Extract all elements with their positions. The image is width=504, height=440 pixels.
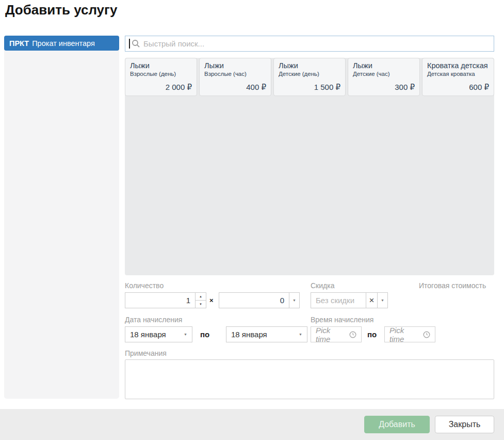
chevron-down-icon: ▼ bbox=[184, 333, 187, 336]
discount-placeholder: Без скидки bbox=[316, 296, 354, 305]
stepper-up-button[interactable]: ▲ bbox=[196, 293, 206, 300]
service-subtitle: Взрослые (час) bbox=[204, 71, 266, 77]
date-range-separator: по bbox=[200, 330, 209, 339]
chevron-down-icon: ▼ bbox=[292, 298, 296, 302]
date-to-value: 18 января bbox=[231, 330, 267, 339]
service-card[interactable]: Кроватка детская Детская кроватка 600 ₽ bbox=[422, 58, 494, 96]
page-title: Добавить услугу bbox=[5, 2, 117, 18]
discount-group: Без скидки × ▼ bbox=[311, 292, 388, 308]
multiplier-dropdown-button[interactable]: ▼ bbox=[289, 292, 300, 308]
time-to-input[interactable]: Pick time bbox=[384, 326, 435, 342]
date-to-select[interactable]: 18 января ▼ bbox=[226, 326, 307, 342]
time-from-input[interactable]: Pick time bbox=[311, 326, 362, 342]
multiplier-group: 0 ▼ bbox=[219, 292, 300, 308]
service-subtitle: Взрослые (день) bbox=[130, 71, 192, 77]
service-title: Кроватка детская bbox=[427, 61, 489, 70]
service-card[interactable]: Лыжи Взрослые (час) 400 ₽ bbox=[199, 58, 271, 96]
service-title: Лыжи bbox=[353, 61, 415, 70]
stepper-down-button[interactable]: ▼ bbox=[196, 300, 206, 308]
time-label: Время начисления bbox=[311, 316, 373, 324]
date-label: Дата начисления bbox=[125, 316, 182, 324]
time-from-placeholder: Pick time bbox=[316, 326, 346, 343]
quantity-value: 1 bbox=[186, 296, 190, 305]
quantity-input[interactable]: 1 bbox=[125, 292, 196, 308]
service-price: 1 500 ₽ bbox=[279, 83, 340, 92]
service-cards-row: Лыжи Взрослые (день) 2 000 ₽ Лыжи Взросл… bbox=[125, 58, 494, 96]
multiplier-input[interactable]: 0 bbox=[219, 292, 289, 308]
search-placeholder: Быстрый поиск... bbox=[143, 39, 204, 48]
service-price: 600 ₽ bbox=[427, 83, 489, 92]
add-button[interactable]: Добавить bbox=[364, 416, 430, 433]
chevron-down-icon: ▼ bbox=[381, 298, 384, 302]
service-subtitle: Детские (день) bbox=[279, 71, 340, 77]
clock-icon bbox=[349, 331, 356, 338]
clock-icon bbox=[423, 331, 430, 338]
time-to-placeholder: Pick time bbox=[389, 326, 420, 343]
service-title: Лыжи bbox=[279, 61, 340, 70]
service-subtitle: Детские (час) bbox=[353, 71, 415, 77]
discount-clear-button[interactable]: × bbox=[366, 292, 378, 308]
quantity-label: Количество bbox=[125, 281, 164, 290]
service-card[interactable]: Лыжи Взрослые (день) 2 000 ₽ bbox=[125, 58, 197, 96]
service-card[interactable]: Лыжи Детские (час) 300 ₽ bbox=[348, 58, 420, 96]
quick-search-input[interactable]: Быстрый поиск... bbox=[125, 36, 494, 52]
service-title: Лыжи bbox=[130, 61, 192, 70]
notes-textarea[interactable] bbox=[125, 359, 494, 399]
multiplier-value: 0 bbox=[280, 296, 284, 305]
quantity-group: 1 ▲ ▼ bbox=[125, 292, 206, 308]
discount-input[interactable]: Без скидки bbox=[311, 292, 366, 308]
service-price: 400 ₽ bbox=[204, 83, 266, 92]
close-icon: × bbox=[369, 295, 375, 306]
service-price: 2 000 ₽ bbox=[130, 83, 192, 92]
service-price: 300 ₽ bbox=[353, 83, 415, 92]
chevron-down-icon: ▼ bbox=[299, 333, 302, 336]
date-from-value: 18 января bbox=[130, 330, 166, 339]
services-panel: Лыжи Взрослые (день) 2 000 ₽ Лыжи Взросл… bbox=[125, 58, 494, 275]
date-from-select[interactable]: 18 января ▼ bbox=[125, 326, 192, 342]
search-icon bbox=[132, 39, 140, 48]
footer-bar: Добавить Закрыть bbox=[0, 409, 504, 440]
total-cost-label: Итоговая стоимость bbox=[419, 281, 486, 290]
quantity-stepper: ▲ ▼ bbox=[196, 292, 206, 308]
notes-label: Примечания bbox=[125, 349, 167, 357]
group-code: ПРКТ bbox=[9, 39, 29, 48]
service-card[interactable]: Лыжи Детские (день) 1 500 ₽ bbox=[273, 58, 346, 96]
service-subtitle: Детская кроватка bbox=[427, 71, 489, 77]
sidebar-item-rental-group[interactable]: ПРКТ Прокат инвентаря bbox=[4, 36, 119, 51]
text-cursor bbox=[129, 39, 130, 49]
discount-label: Скидка bbox=[311, 281, 334, 290]
close-button[interactable]: Закрыть bbox=[435, 416, 494, 433]
multiply-sign: × bbox=[209, 296, 214, 304]
service-title: Лыжи bbox=[204, 61, 266, 70]
service-groups-sidebar: ПРКТ Прокат инвентаря bbox=[4, 36, 119, 399]
group-label: Прокат инвентаря bbox=[32, 39, 95, 48]
discount-dropdown-button[interactable]: ▼ bbox=[377, 292, 388, 308]
time-range-separator: по bbox=[367, 330, 377, 339]
